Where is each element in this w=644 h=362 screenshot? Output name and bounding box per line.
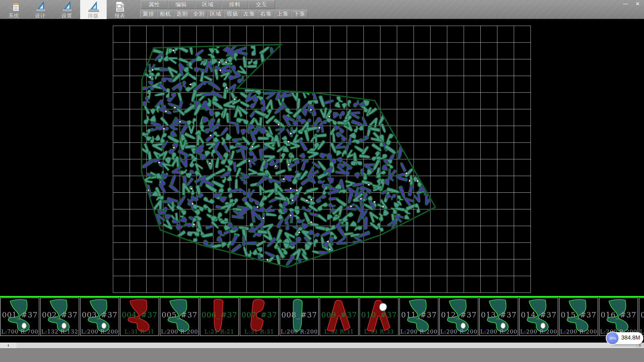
piece-shape: [440, 298, 478, 336]
menu-row-primary: 属性编辑区域排料交互: [141, 0, 275, 9]
horizontal-scrollbar[interactable]: ‹ ›: [0, 343, 644, 348]
app-tab-label: 设置: [54, 13, 80, 19]
piece-thumbnail-011_#37[interactable]: 011_#37L:200 R:200: [399, 298, 438, 336]
piece-shape: [280, 298, 318, 336]
app-tab-design[interactable]: 设计: [27, 0, 54, 19]
piece-thumbnail-009_#37[interactable]: 009_#37L:32 R:31: [320, 298, 359, 336]
nesting-canvas[interactable]: [0, 19, 644, 296]
menu-item-properties[interactable]: 属性: [141, 0, 168, 9]
piece-thumbnail-012_#37[interactable]: 012_#37L:200 R:200: [439, 298, 478, 336]
menu-item-align-right[interactable]: 右靠: [258, 10, 274, 18]
cpu-percent-indicator: 38%: [606, 331, 619, 345]
report-icon: [114, 1, 126, 13]
piece-thumbnail-007_#37[interactable]: 007_#37L:31 R:31: [240, 298, 279, 336]
menu-item-region[interactable]: 区域: [207, 10, 224, 18]
app-tab-label: 报表: [107, 13, 133, 19]
piece-shape: [360, 298, 398, 336]
menu-item-align-left[interactable]: 左靠: [241, 10, 258, 18]
menu-item-align-bottom[interactable]: 下靠: [291, 10, 308, 18]
minimize-button[interactable]: —: [621, 1, 631, 7]
close-button[interactable]: ✕: [633, 1, 643, 7]
status-bar: [0, 348, 644, 362]
piece-thumbnail-016_#37[interactable]: 016_#37L:200 R:200: [599, 298, 638, 336]
ruler-icon: [61, 1, 73, 13]
piece-thumbnail-010_#37[interactable]: 010_#37L:33 R:33: [360, 298, 398, 336]
menu-row-secondary: 聚排相机选割全割区域瑕疵左靠右靠上靠下靠: [140, 10, 308, 19]
ruler-icon: [88, 1, 100, 13]
piece-thumbnail-008_#37[interactable]: 008_#37L:200 R:200: [280, 298, 319, 336]
menu-item-interact[interactable]: 交互: [248, 0, 275, 9]
piece-thumbnail-017_#37[interactable]: 017_#37L:200 R:200: [639, 298, 644, 336]
menu-item-select-cut[interactable]: 选割: [174, 10, 191, 18]
system-gear-icon: [8, 1, 20, 13]
piece-thumbnail-006_#37[interactable]: 006_#37L:21 R:21: [200, 298, 239, 336]
piece-shape: [80, 298, 119, 336]
app-tab-system[interactable]: 系统: [1, 0, 27, 19]
piece-thumbnail-001_#37[interactable]: 001_#37L:700 R:700: [0, 298, 39, 336]
memory-usage-badge: 38% 384.8M: [606, 331, 643, 345]
menu-item-edit[interactable]: 编辑: [168, 0, 195, 9]
toolbar: 系统设计设置排版报表 属性编辑区域排料交互 聚排相机选割全割区域瑕疵左靠右靠上靠…: [0, 0, 644, 19]
piece-thumbnail-zone: 001_#37L:700 R:700002_#37L:132 R:132003_…: [0, 296, 644, 343]
menu-item-align-top[interactable]: 上靠: [274, 10, 291, 18]
menu-item-nesting[interactable]: 排料: [221, 0, 248, 9]
piece-shape: [639, 298, 644, 336]
piece-thumbnail-002_#37[interactable]: 002_#37L:132 R:132: [40, 298, 79, 336]
menu-item-camera[interactable]: 相机: [157, 10, 174, 18]
menu-item-cluster-nest[interactable]: 聚排: [140, 10, 157, 18]
piece-shape: [559, 298, 598, 336]
window-controls: — ✕: [621, 1, 643, 7]
piece-thumbnail-013_#37[interactable]: 013_#37L:200 R:200: [479, 298, 518, 336]
piece-thumbnail-004_#37[interactable]: 004_#37L:31 R:31: [120, 298, 159, 336]
piece-thumbnail-strip: 001_#37L:700 R:700002_#37L:132 R:132003_…: [0, 298, 644, 336]
menu-item-region[interactable]: 区域: [195, 0, 221, 9]
piece-shape: [160, 298, 199, 336]
app-tab-layout[interactable]: 排版: [80, 0, 107, 19]
strip-divider-line: [0, 296, 644, 297]
piece-thumbnail-015_#37[interactable]: 015_#37L:200 R:200: [559, 298, 598, 336]
piece-thumbnail-003_#37[interactable]: 003_#37L:200 R:200: [80, 298, 119, 336]
piece-shape: [1, 298, 39, 336]
app-tab-label: 设计: [27, 13, 54, 19]
piece-shape: [200, 298, 238, 336]
ruler-icon: [35, 1, 47, 13]
scrollbar-thumb[interactable]: [17, 343, 636, 348]
app-tab-settings[interactable]: 设置: [54, 0, 80, 19]
app-tab-report[interactable]: 报表: [107, 0, 133, 19]
piece-shape: [41, 298, 79, 336]
piece-shape: [599, 298, 638, 336]
app-tab-label: 排版: [80, 13, 107, 19]
app-tab-label: 系统: [1, 13, 27, 19]
piece-thumbnail-014_#37[interactable]: 014_#37L:200 R:200: [519, 298, 558, 336]
application-window: 系统设计设置排版报表 属性编辑区域排料交互 聚排相机选割全割区域瑕疵左靠右靠上靠…: [0, 0, 644, 362]
piece-thumbnail-005_#37[interactable]: 005_#37L:200 R:200: [160, 298, 199, 336]
nested-pieces: [136, 43, 433, 269]
piece-shape: [480, 298, 518, 336]
piece-shape: [520, 298, 558, 336]
piece-shape: [240, 298, 278, 336]
memory-value: 384.8M: [621, 335, 640, 341]
piece-shape: [400, 298, 438, 336]
piece-shape: [320, 298, 358, 336]
scroll-left-arrow-icon[interactable]: ‹: [0, 343, 17, 348]
menu-item-cut-all[interactable]: 全割: [191, 10, 207, 18]
menu-item-defect[interactable]: 瑕疵: [224, 10, 241, 18]
piece-shape: [120, 298, 159, 336]
